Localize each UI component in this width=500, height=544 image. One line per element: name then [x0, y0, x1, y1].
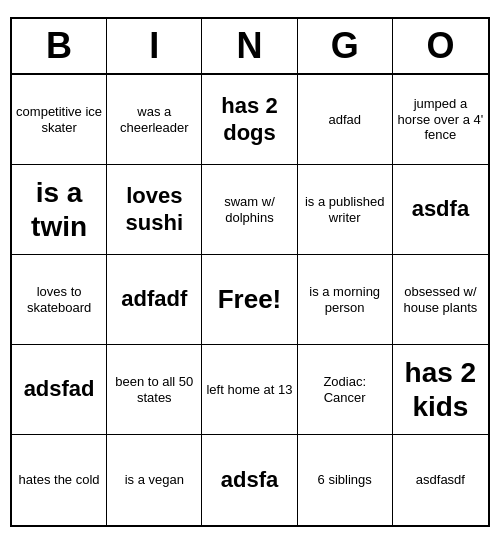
- bingo-cell[interactable]: is a published writer: [298, 165, 393, 255]
- bingo-cell[interactable]: asdfa: [393, 165, 488, 255]
- bingo-cell[interactable]: Zodiac: Cancer: [298, 345, 393, 435]
- header-letter: O: [393, 19, 488, 73]
- bingo-cell[interactable]: been to all 50 states: [107, 345, 202, 435]
- bingo-cell[interactable]: is a twin: [12, 165, 107, 255]
- bingo-cell[interactable]: 6 siblings: [298, 435, 393, 525]
- bingo-cell[interactable]: hates the cold: [12, 435, 107, 525]
- bingo-cell[interactable]: has 2 dogs: [202, 75, 297, 165]
- bingo-cell[interactable]: obsessed w/ house plants: [393, 255, 488, 345]
- bingo-cell[interactable]: adfad: [298, 75, 393, 165]
- bingo-card: BINGO competitive ice skaterwas a cheerl…: [10, 17, 490, 527]
- bingo-cell[interactable]: competitive ice skater: [12, 75, 107, 165]
- bingo-cell[interactable]: loves sushi: [107, 165, 202, 255]
- bingo-cell[interactable]: adfadf: [107, 255, 202, 345]
- bingo-cell[interactable]: Free!: [202, 255, 297, 345]
- header-letter: I: [107, 19, 202, 73]
- header-letter: B: [12, 19, 107, 73]
- bingo-cell[interactable]: adsfa: [202, 435, 297, 525]
- bingo-cell[interactable]: jumped a horse over a 4' fence: [393, 75, 488, 165]
- bingo-cell[interactable]: is a vegan: [107, 435, 202, 525]
- bingo-cell[interactable]: was a cheerleader: [107, 75, 202, 165]
- bingo-cell[interactable]: asdfasdf: [393, 435, 488, 525]
- bingo-cell[interactable]: left home at 13: [202, 345, 297, 435]
- header-letter: G: [298, 19, 393, 73]
- bingo-cell[interactable]: has 2 kids: [393, 345, 488, 435]
- bingo-cell[interactable]: loves to skateboard: [12, 255, 107, 345]
- header-letter: N: [202, 19, 297, 73]
- bingo-cell[interactable]: swam w/ dolphins: [202, 165, 297, 255]
- bingo-cell[interactable]: is a morning person: [298, 255, 393, 345]
- bingo-header: BINGO: [12, 19, 488, 75]
- bingo-cell[interactable]: adsfad: [12, 345, 107, 435]
- bingo-grid: competitive ice skaterwas a cheerleaderh…: [12, 75, 488, 525]
